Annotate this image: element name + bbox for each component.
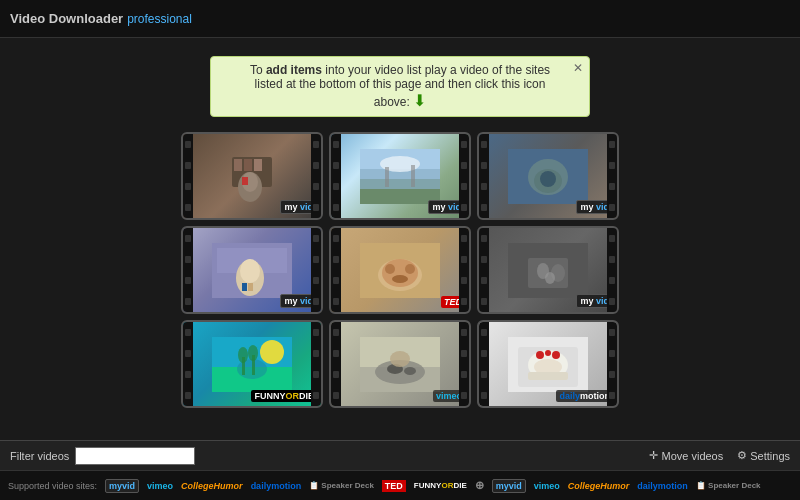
thumbnail-5[interactable]: TED: [329, 226, 471, 314]
site-funnyordie-1[interactable]: FUNNYORDIE: [414, 481, 467, 490]
filmstrip-right-5: [459, 228, 469, 312]
site-dailymotion-2[interactable]: dailymotion: [637, 481, 688, 491]
thumbnail-7[interactable]: FUNNYORDIE: [181, 320, 323, 408]
svg-point-27: [405, 264, 415, 274]
thumbnail-4[interactable]: my vid: [181, 226, 323, 314]
svg-point-33: [545, 272, 555, 284]
header: Video Downloader professional: [0, 0, 800, 38]
svg-rect-1: [234, 159, 242, 171]
site-speakerdeck-1[interactable]: 📋 Speaker Deck: [309, 481, 374, 490]
svg-point-20: [240, 259, 260, 283]
svg-rect-22: [248, 283, 253, 291]
site-dailymotion-1[interactable]: dailymotion: [251, 481, 302, 491]
filmstrip-right-9: [607, 322, 617, 406]
filmstrip-left-1: [183, 134, 193, 218]
filter-input[interactable]: [75, 447, 195, 465]
thumbnail-9[interactable]: dailymotion: [477, 320, 619, 408]
thumbnail-8[interactable]: vimeo: [329, 320, 471, 408]
notice-banner: ✕ To add items into your video list play…: [210, 56, 590, 117]
settings-icon: ⚙: [737, 449, 747, 462]
toolbar-right-actions: ✛ Move videos ⚙ Settings: [649, 449, 790, 462]
move-videos-button[interactable]: ✛ Move videos: [649, 449, 723, 462]
filmstrip-right-6: [607, 228, 617, 312]
notice-x[interactable]: ✕: [573, 61, 583, 75]
filmstrip-right-3: [607, 134, 617, 218]
svg-point-36: [260, 340, 284, 364]
svg-point-53: [552, 351, 560, 359]
site-collegehumor-1[interactable]: CollegeHumor: [181, 481, 243, 491]
svg-rect-6: [242, 177, 248, 185]
filmstrip-left-7: [183, 322, 193, 406]
svg-point-46: [404, 367, 416, 375]
svg-rect-55: [528, 372, 568, 380]
move-videos-icon: ✛: [649, 449, 658, 462]
svg-point-28: [392, 275, 408, 283]
site-myvid-2[interactable]: myvid: [492, 479, 526, 493]
svg-point-51: [536, 351, 544, 359]
thumbnail-1[interactable]: my vid: [181, 132, 323, 220]
sites-bar: Supported video sites: myvid vimeo Colle…: [0, 470, 800, 500]
filmstrip-left-2: [331, 134, 341, 218]
notice-arrow: ⬇: [413, 92, 426, 109]
filmstrip-left-3: [479, 134, 489, 218]
site-collegehumor-2[interactable]: CollegeHumor: [568, 481, 630, 491]
filmstrip-right-2: [459, 134, 469, 218]
thumbnail-grid: my vid my vid: [181, 132, 619, 408]
filmstrip-right-8: [459, 322, 469, 406]
filmstrip-right-7: [311, 322, 321, 406]
thumbnail-3[interactable]: my vid: [477, 132, 619, 220]
notice-highlight: add items: [266, 63, 322, 77]
site-speakerdeck-2[interactable]: 📋 Speaker Deck: [696, 481, 761, 490]
site-vimeo-1[interactable]: vimeo: [147, 481, 173, 491]
filmstrip-left-5: [331, 228, 341, 312]
thumbnail-2[interactable]: my vid: [329, 132, 471, 220]
filmstrip-right-1: [311, 134, 321, 218]
badge-dailymotion-9: dailymotion: [556, 390, 613, 402]
settings-button[interactable]: ⚙ Settings: [737, 449, 790, 462]
svg-rect-2: [244, 159, 252, 171]
svg-rect-3: [254, 159, 262, 171]
filter-label: Filter videos: [10, 450, 69, 462]
app-title: Video Downloader: [10, 11, 123, 26]
app-subtitle: professional: [127, 12, 192, 26]
thumbnail-grid-container: my vid my vid: [0, 127, 800, 413]
filmstrip-left-4: [183, 228, 193, 312]
filmstrip-left-8: [331, 322, 341, 406]
svg-point-26: [385, 264, 395, 274]
svg-point-40: [238, 347, 248, 363]
svg-point-41: [248, 345, 258, 361]
sites-label: Supported video sites:: [8, 481, 97, 491]
toolbar: Filter videos ✛ Move videos ⚙ Settings: [0, 440, 800, 470]
svg-rect-12: [411, 165, 415, 187]
filmstrip-left-6: [479, 228, 489, 312]
svg-point-52: [545, 350, 551, 356]
site-myvid-1[interactable]: myvid: [105, 479, 139, 493]
site-vimeo-2[interactable]: vimeo: [534, 481, 560, 491]
badge-funnyordie-7: FUNNYORDIE: [251, 390, 317, 402]
site-ted-1[interactable]: TED: [382, 480, 406, 492]
site-globe-1[interactable]: ⊕: [475, 479, 484, 492]
filmstrip-left-9: [479, 322, 489, 406]
svg-point-16: [540, 171, 556, 187]
thumbnail-6[interactable]: my vid: [477, 226, 619, 314]
filmstrip-right-4: [311, 228, 321, 312]
svg-rect-21: [242, 283, 247, 291]
svg-rect-11: [385, 167, 389, 187]
svg-point-47: [390, 351, 410, 367]
